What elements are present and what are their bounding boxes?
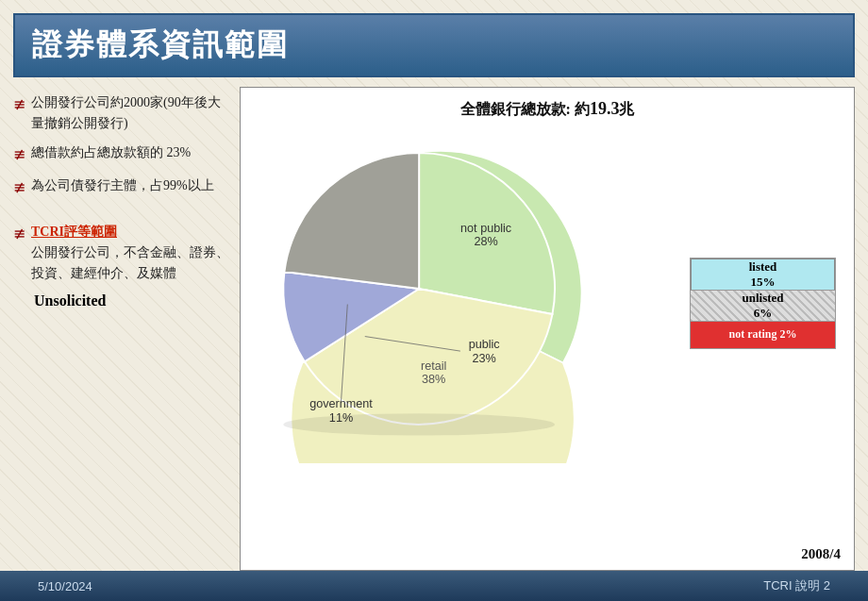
legend-unlisted-pct: 6% (754, 306, 773, 321)
chart-title: 全體銀行總放款: 約19.3兆 (254, 99, 841, 120)
bullet-text-4: TCRI評等範圍 公開發行公司，不含金融、證券、投資、建經仲介、及媒體 (31, 222, 230, 283)
tcri-link: TCRI評等範圍 (31, 225, 117, 239)
legend-listed-pct: 15% (751, 275, 776, 290)
bullet-symbol-2: ≢ (13, 143, 25, 166)
legend-container: listed 15% unlisted 6% not rating 2% (690, 258, 836, 349)
svg-point-11 (283, 413, 555, 435)
page-wrapper: 證券體系資訊範圍 ≢ 公開發行公司約2000家(90年後大量撤銷公開發行) ≢ … (0, 0, 868, 601)
footer: 5/10/2024 TCRI 說明 2 (0, 571, 868, 601)
page-title: 證券體系資訊範圍 (32, 27, 289, 61)
footer-date: 5/10/2024 (38, 579, 92, 593)
left-panel: ≢ 公開發行公司約2000家(90年後大量撤銷公開發行) ≢ 總借款約占總放款額… (13, 87, 230, 571)
footer-label: TCRI 說明 2 (763, 577, 830, 594)
legend-unlisted-label: unlisted (742, 291, 783, 306)
bullet-text-2: 總借款約占總放款額的 23% (31, 142, 191, 163)
svg-text:not public: not public (460, 222, 511, 235)
legend-not-rating-label: not rating 2% (729, 327, 797, 342)
legend-not-rating: not rating 2% (691, 322, 835, 348)
bullet-symbol-3: ≢ (13, 176, 25, 199)
svg-text:retail: retail (421, 359, 446, 373)
svg-text:23%: 23% (473, 352, 496, 365)
bullet-1: ≢ 公開發行公司約2000家(90年後大量撤銷公開發行) (13, 92, 230, 133)
chart-title-prefix: 全體銀行總放款: 約 (460, 101, 590, 117)
chart-title-suffix: 兆 (619, 101, 634, 117)
pie-container: not public 28% retail retail (254, 124, 603, 463)
bullet-text-1: 公開發行公司約2000家(90年後大量撤銷公開發行) (31, 92, 230, 133)
unsolicited-label: Unsolicited (34, 292, 106, 309)
chart-area: not public 28% retail retail (254, 124, 841, 463)
bullet-2: ≢ 總借款約占總放款額的 23% (13, 142, 230, 166)
chart-date: 2008/4 (801, 546, 841, 562)
legend-bar: listed 15% unlisted 6% not rating 2% (690, 258, 836, 349)
main-content: ≢ 公開發行公司約2000家(90年後大量撤銷公開發行) ≢ 總借款約占總放款額… (0, 77, 868, 571)
legend-listed-label: listed (749, 259, 777, 275)
svg-text:28%: 28% (474, 235, 497, 248)
svg-text:public: public (469, 338, 500, 351)
bullet-4: ≢ TCRI評等範圍 公開發行公司，不含金融、證券、投資、建經仲介、及媒體 (13, 222, 230, 283)
chart-title-bold: 19.3 (590, 99, 620, 118)
legend-listed: listed 15% (691, 259, 835, 291)
bullet-symbol-1: ≢ (13, 93, 25, 116)
svg-text:38%: 38% (422, 373, 445, 386)
title-bar: 證券體系資訊範圍 (13, 13, 855, 77)
bullet-symbol-4: ≢ (13, 223, 25, 245)
legend-unlisted: unlisted 6% (691, 291, 835, 322)
bullet-3: ≢ 為公司債發行主體，占99%以上 (13, 175, 230, 199)
bullet-text-3: 為公司債發行主體，占99%以上 (31, 175, 214, 196)
chart-panel: 全體銀行總放款: 約19.3兆 (240, 87, 855, 571)
